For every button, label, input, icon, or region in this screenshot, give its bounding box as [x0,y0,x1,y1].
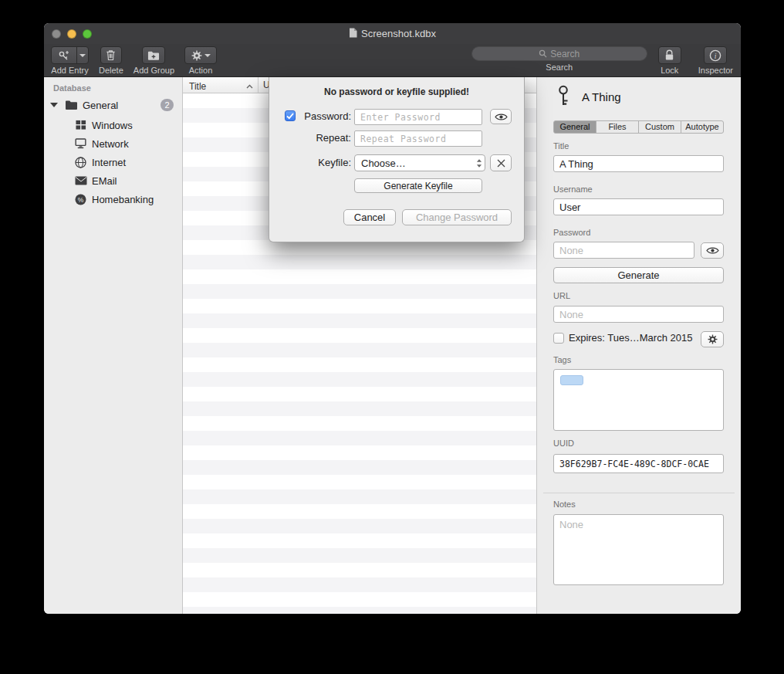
group-count-badge: 2 [161,99,174,111]
sidebar: Database General 2 Windows Network [44,77,183,614]
divider [543,493,735,493]
search-icon [539,49,547,58]
uuid-input[interactable] [553,454,724,473]
delete-button[interactable] [100,46,122,64]
sidebar-item-homebanking[interactable]: % Homebanking [44,190,182,208]
toolbar-item-add-group: Add Group [133,46,174,75]
keyfile-dropdown[interactable]: Choose… [354,154,485,171]
sidebar-item-network[interactable]: Network [44,134,182,153]
sidebar-item-general[interactable]: General 2 [44,96,182,114]
sidebar-item-internet[interactable]: Internet [44,153,182,171]
svg-text:%: % [78,195,84,203]
url-input[interactable] [553,306,724,323]
sidebar-item-windows[interactable]: Windows [44,116,182,134]
search-input[interactable]: Search [471,46,647,61]
gear-icon [708,334,718,344]
uuid-label: UUID [553,439,724,448]
password-input[interactable] [553,242,694,259]
username-input[interactable] [553,198,724,215]
tab-autotype[interactable]: Autotype [681,120,724,134]
coin-icon: % [74,194,87,205]
lock-icon [664,49,674,61]
sidebar-section-header: Database [53,83,91,93]
expires-label: Expires: Tues…March 2015 [569,332,692,344]
search-placeholder: Search [550,49,580,59]
reveal-password-button[interactable] [490,109,512,124]
password-field-label: Password [553,228,724,237]
chevron-down-icon [79,54,86,57]
network-icon [74,138,87,149]
keyfile-label: Keyfile: [297,157,351,168]
expires-settings-button[interactable] [701,331,724,347]
add-group-label: Add Group [133,66,174,75]
repeat-password-input[interactable] [354,130,482,147]
repeat-label: Repeat: [297,132,351,144]
add-entry-label: Add Entry [51,66,88,75]
svg-text:i: i [715,52,717,59]
sidebar-item-label: General [83,100,118,111]
url-field-label: URL [553,291,724,300]
notes-textarea[interactable] [553,514,724,585]
trash-icon [106,49,116,61]
toolbar-item-search: Search Search [471,46,647,72]
toolbar: Add Entry Delete Add Group [44,44,741,77]
inspector-button[interactable]: i [704,46,727,64]
tag-token[interactable] [560,375,583,385]
disclosure-triangle-icon[interactable] [50,103,58,107]
sidebar-item-label: EMail [92,175,117,187]
tags-input-area[interactable] [553,369,724,431]
info-icon: i [709,49,721,62]
add-entry-dropdown[interactable] [76,47,88,63]
checkmark-icon [286,113,294,120]
eye-icon [706,246,719,255]
toolbar-item-lock: Lock [658,46,681,75]
add-group-button[interactable] [142,46,165,64]
toolbar-item-inspector: i Inspector [698,46,733,75]
toolbar-item-add-entry: Add Entry [51,46,89,75]
sidebar-item-label: Internet [92,157,126,168]
zoom-button[interactable] [83,29,92,39]
lock-button[interactable] [658,46,681,64]
add-entry-button[interactable] [51,46,89,64]
cancel-button-label: Cancel [354,212,385,223]
sidebar-item-label: Homebanking [92,194,154,205]
notes-label: Notes [553,500,724,509]
generate-password-button[interactable]: Generate [553,267,724,283]
close-button[interactable] [52,29,61,39]
window-title: Screenshot.kdbx [349,28,436,40]
column-header-title[interactable]: Title [183,77,259,93]
folder-icon [65,100,78,110]
sheet-message: No password or keyfile supplied! [269,86,524,97]
sidebar-item-email[interactable]: EMail [44,171,182,190]
windows-icon [74,120,87,130]
generate-keyfile-label: Generate Keyfile [384,181,452,191]
title-field-label: Title [553,141,724,151]
minimize-button[interactable] [67,29,76,39]
password-entry-input[interactable] [354,109,482,125]
clear-keyfile-button[interactable] [490,154,512,171]
tab-files[interactable]: Files [596,120,639,134]
eye-icon [495,113,508,121]
username-field-label: Username [553,185,724,194]
password-sheet-dialog: No password or keyfile supplied! Passwor… [269,77,525,242]
window-title-text: Screenshot.kdbx [361,28,436,39]
folder-plus-icon [147,50,160,61]
keyfile-selected-value: Choose… [361,157,406,169]
column-title-label: Title [189,81,206,92]
generate-button-label: Generate [617,269,659,281]
change-password-button[interactable]: Change Password [402,209,512,225]
lock-label: Lock [661,66,678,75]
change-password-label: Change Password [416,212,498,223]
globe-icon [74,157,87,168]
expires-checkbox[interactable] [553,333,564,344]
cancel-button[interactable]: Cancel [343,209,396,225]
password-checkbox[interactable] [285,110,296,121]
password-label: Password: [297,110,351,122]
title-input[interactable] [553,155,724,172]
generate-keyfile-button[interactable]: Generate Keyfile [354,178,482,193]
tab-general[interactable]: General [553,120,596,134]
reveal-password-button[interactable] [701,242,724,259]
key-plus-icon [52,47,76,63]
tab-custom[interactable]: Custom [638,120,681,134]
action-button[interactable] [184,46,217,64]
